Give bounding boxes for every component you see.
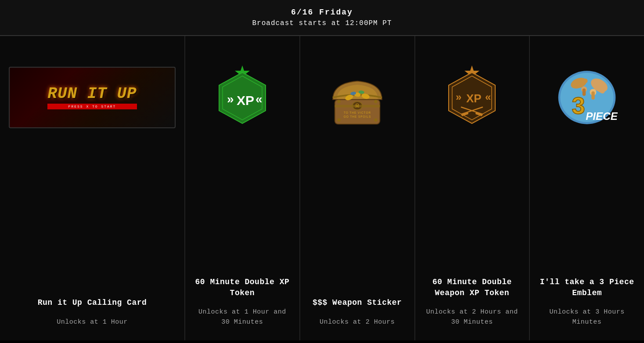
card-title-5: I'll take a 3 Piece Emblem [539,268,635,299]
xp-hexagon-svg: » XP « [214,65,271,130]
card-weapon-sticker-content: ☠ TO T [309,49,406,327]
header-broadcast: Broadcast starts at 12:00PM PT [9,19,635,27]
svg-text:»: » [227,92,234,106]
card-unlock-1: Unlocks at 1 Hour [57,318,128,328]
header-date: 6/16 Friday [9,8,635,17]
run-it-up-sub-image: PRESS X TO START [47,104,137,109]
svg-text:PIECE: PIECE [586,110,618,122]
card-unlock-2: Unlocks at 1 Hour and 30 Minutes [194,307,291,327]
card-image-area-3: ☠ TO T [309,49,406,146]
card-three-piece: 3 PIECE I'll take a 3 Piece Emblem Unloc… [530,36,644,340]
card-weapon-xp-content: » XP « [424,49,521,327]
card-title-3: $$$ Weapon Sticker [313,289,402,308]
card-unlock-4: Unlocks at 2 Hours and 30 Minutes [424,307,521,327]
card-title-2: 60 Minute Double XP Token [194,268,291,299]
three-piece-icon: 3 PIECE [556,67,618,128]
run-it-up-image: RUN IT UP PRESS X TO START [9,67,176,128]
card-image-area-4: » XP « [424,49,521,146]
weapon-xp-badge-icon: » XP « [443,69,500,126]
card-weapon-xp: » XP « [415,36,530,340]
svg-point-16 [374,100,377,103]
svg-text:XP: XP [466,92,482,105]
run-it-up-title-image: RUN IT UP [47,86,137,102]
header: 6/16 Friday Broadcast starts at 12:00PM … [0,0,644,36]
svg-text:«: « [255,92,263,106]
card-double-xp-content: » XP « 60 Minute Double XP Token Unlocks… [194,49,291,327]
card-title-1: Run it Up Calling Card [38,289,147,308]
card-image-area-1: RUN IT UP PRESS X TO START [9,49,176,146]
card-image-area-5: 3 PIECE [539,49,635,146]
card-run-it-up: RUN IT UP PRESS X TO START Run it Up Cal… [0,36,185,340]
svg-text:«: « [485,91,491,103]
weapon-xp-svg: » XP « [443,65,500,130]
svg-point-17 [337,119,340,122]
svg-rect-9 [335,105,380,108]
card-run-it-up-content: RUN IT UP PRESS X TO START Run it Up Cal… [9,49,176,327]
card-double-xp: » XP « 60 Minute Double XP Token Unlocks… [185,36,300,340]
xp-badge-icon: » XP « [214,65,271,130]
card-title-4: 60 Minute Double Weapon XP Token [424,268,521,299]
card-weapon-sticker: ☠ TO T [300,36,415,340]
card-image-area-2: » XP « [194,49,291,146]
three-piece-svg: 3 PIECE [556,65,618,130]
svg-text:TO THE VICTOR: TO THE VICTOR [344,111,371,114]
treasure-chest-icon: ☠ TO T [327,67,388,128]
svg-text:»: » [456,91,461,103]
svg-rect-36 [591,91,594,100]
svg-text:XP: XP [237,93,254,108]
cards-container: RUN IT UP PRESS X TO START Run it Up Cal… [0,36,644,340]
svg-text:3: 3 [572,92,585,119]
card-unlock-5: Unlocks at 3 Hours Minutes [539,307,635,327]
svg-point-15 [337,100,340,103]
svg-text:GO THE SPOILS: GO THE SPOILS [343,115,371,118]
svg-point-18 [374,119,377,122]
chest-svg: ☠ TO T [327,65,388,130]
card-unlock-3: Unlocks at 2 Hours [320,318,395,328]
card-three-piece-content: 3 PIECE I'll take a 3 Piece Emblem Unloc… [539,49,635,327]
